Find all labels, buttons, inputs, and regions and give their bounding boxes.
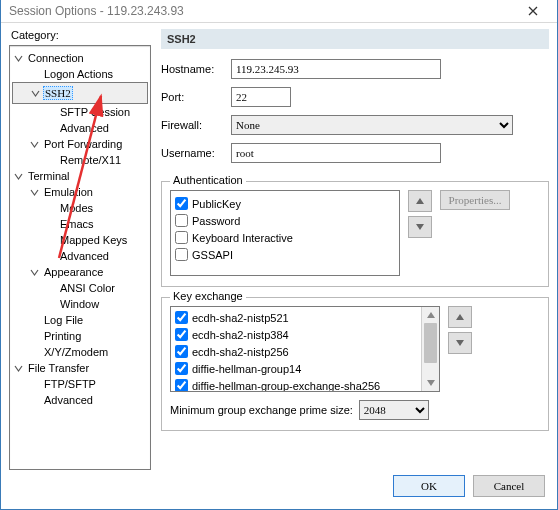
- hostname-input[interactable]: [231, 59, 441, 79]
- tree-item-label: SFTP Session: [58, 104, 132, 120]
- expand-icon: [31, 89, 41, 98]
- tree-item-label: Mapped Keys: [58, 232, 129, 248]
- tree-item[interactable]: Remote/X11: [12, 152, 148, 168]
- close-button[interactable]: [513, 1, 553, 21]
- category-pane: Category: ConnectionLogon ActionsSSH2SFT…: [9, 29, 151, 470]
- auth-item[interactable]: PublicKey: [175, 195, 395, 212]
- expand-icon: [30, 268, 40, 277]
- kex-scrollbar[interactable]: [421, 307, 439, 391]
- tree-item[interactable]: Advanced: [12, 120, 148, 136]
- tree-item-label: Terminal: [26, 168, 72, 184]
- ok-button[interactable]: OK: [393, 475, 465, 497]
- auth-item[interactable]: GSSAPI: [175, 246, 395, 263]
- kex-item[interactable]: diffie-hellman-group14: [175, 360, 421, 377]
- tree-item[interactable]: Appearance: [12, 264, 148, 280]
- auth-move-up-button[interactable]: [408, 190, 432, 212]
- tree-item[interactable]: FTP/SFTP: [12, 376, 148, 392]
- expand-icon: [14, 54, 24, 63]
- expand-icon: [14, 364, 24, 373]
- tree-item[interactable]: SFTP Session: [12, 104, 148, 120]
- min-prime-select[interactable]: 2048: [359, 400, 429, 420]
- kex-item[interactable]: ecdh-sha2-nistp384: [175, 326, 421, 343]
- auth-move-down-button[interactable]: [408, 216, 432, 238]
- tree-item-label: Advanced: [58, 120, 111, 136]
- tree-item[interactable]: Emacs: [12, 216, 148, 232]
- tree-item-label: Appearance: [42, 264, 105, 280]
- username-input[interactable]: [231, 143, 441, 163]
- auth-item[interactable]: Keyboard Interactive: [175, 229, 395, 246]
- tree-item[interactable]: Advanced: [12, 248, 148, 264]
- firewall-label: Firewall:: [161, 119, 231, 131]
- tree-item[interactable]: Port Forwarding: [12, 136, 148, 152]
- window-title: Session Options - 119.23.243.93: [9, 4, 513, 18]
- tree-item[interactable]: Emulation: [12, 184, 148, 200]
- kex-item-label: diffie-hellman-group14: [192, 363, 301, 375]
- tree-item-label: File Transfer: [26, 360, 91, 376]
- kex-checkbox[interactable]: [175, 311, 188, 324]
- properties-button[interactable]: Properties...: [440, 190, 510, 210]
- auth-checkbox[interactable]: [175, 214, 188, 227]
- tree-item[interactable]: Modes: [12, 200, 148, 216]
- tree-item-label: Emulation: [42, 184, 95, 200]
- category-tree[interactable]: ConnectionLogon ActionsSSH2SFTP SessionA…: [9, 45, 151, 470]
- tree-item-label: SSH2: [43, 86, 73, 100]
- tree-item-label: Remote/X11: [58, 152, 123, 168]
- kex-item-label: ecdh-sha2-nistp256: [192, 346, 289, 358]
- key-exchange-group: Key exchange ecdh-sha2-nistp521ecdh-sha2…: [161, 297, 549, 431]
- kex-item-label: ecdh-sha2-nistp521: [192, 312, 289, 324]
- tree-item-label: Advanced: [42, 392, 95, 408]
- tree-item-label: Log File: [42, 312, 85, 328]
- auth-item-label: Keyboard Interactive: [192, 232, 293, 244]
- kex-checkbox[interactable]: [175, 345, 188, 358]
- tree-item[interactable]: Logon Actions: [12, 66, 148, 82]
- panel-header: SSH2: [161, 29, 549, 49]
- tree-item-label: Logon Actions: [42, 66, 115, 82]
- kex-checkbox[interactable]: [175, 362, 188, 375]
- key-exchange-list[interactable]: ecdh-sha2-nistp521ecdh-sha2-nistp384ecdh…: [170, 306, 440, 392]
- auth-checkbox[interactable]: [175, 248, 188, 261]
- tree-item-label: ANSI Color: [58, 280, 117, 296]
- auth-item[interactable]: Password: [175, 212, 395, 229]
- cancel-button[interactable]: Cancel: [473, 475, 545, 497]
- tree-item[interactable]: File Transfer: [12, 360, 148, 376]
- kex-move-up-button[interactable]: [448, 306, 472, 328]
- tree-item[interactable]: Advanced: [12, 392, 148, 408]
- tree-item[interactable]: Terminal: [12, 168, 148, 184]
- kex-item[interactable]: ecdh-sha2-nistp256: [175, 343, 421, 360]
- tree-item[interactable]: SSH2: [12, 82, 148, 104]
- session-options-dialog: Session Options - 119.23.243.93 Category…: [0, 0, 558, 510]
- kex-move-down-button[interactable]: [448, 332, 472, 354]
- tree-item[interactable]: Connection: [12, 50, 148, 66]
- auth-checkbox[interactable]: [175, 231, 188, 244]
- key-exchange-title: Key exchange: [170, 290, 246, 302]
- auth-item-label: GSSAPI: [192, 249, 233, 261]
- authentication-list[interactable]: PublicKeyPasswordKeyboard InteractiveGSS…: [170, 190, 400, 276]
- kex-item[interactable]: ecdh-sha2-nistp521: [175, 309, 421, 326]
- settings-panel: SSH2 Hostname: Port: Firewall: None: [161, 29, 549, 470]
- kex-item-label: ecdh-sha2-nistp384: [192, 329, 289, 341]
- tree-item[interactable]: Window: [12, 296, 148, 312]
- kex-item[interactable]: diffie-hellman-group-exchange-sha256: [175, 377, 421, 392]
- min-prime-label: Minimum group exchange prime size:: [170, 404, 353, 416]
- expand-icon: [30, 188, 40, 197]
- tree-item-label: Window: [58, 296, 101, 312]
- kex-checkbox[interactable]: [175, 379, 188, 392]
- tree-item[interactable]: Mapped Keys: [12, 232, 148, 248]
- category-label: Category:: [11, 29, 151, 41]
- dialog-footer: OK Cancel: [1, 463, 557, 509]
- tree-item[interactable]: X/Y/Zmodem: [12, 344, 148, 360]
- kex-checkbox[interactable]: [175, 328, 188, 341]
- tree-item[interactable]: Printing: [12, 328, 148, 344]
- tree-item-label: X/Y/Zmodem: [42, 344, 110, 360]
- username-label: Username:: [161, 147, 231, 159]
- tree-item-label: Emacs: [58, 216, 96, 232]
- tree-item[interactable]: Log File: [12, 312, 148, 328]
- tree-item-label: Printing: [42, 328, 83, 344]
- port-label: Port:: [161, 91, 231, 103]
- tree-item-label: Modes: [58, 200, 95, 216]
- tree-item[interactable]: ANSI Color: [12, 280, 148, 296]
- auth-checkbox[interactable]: [175, 197, 188, 210]
- expand-icon: [30, 140, 40, 149]
- firewall-select[interactable]: None: [231, 115, 513, 135]
- port-input[interactable]: [231, 87, 291, 107]
